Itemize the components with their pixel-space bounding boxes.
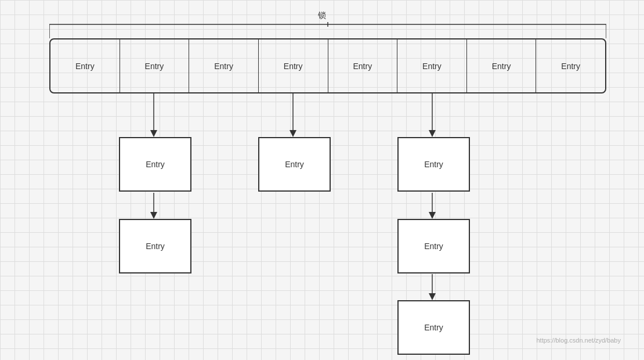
top-entry-3: Entry	[189, 39, 259, 92]
top-entry-2: Entry	[120, 39, 190, 92]
brace-container	[49, 22, 606, 38]
top-entry-8: Entry	[536, 39, 605, 92]
col6-box3: Entry	[397, 300, 470, 355]
col6-box1: Entry	[397, 137, 470, 192]
top-entry-7: Entry	[467, 39, 537, 92]
watermark: https://blog.csdn.net/zyd/baby	[536, 337, 621, 344]
top-entry-4: Entry	[259, 39, 328, 92]
top-entry-6: Entry	[397, 39, 467, 92]
col4-box1: Entry	[258, 137, 331, 192]
top-entry-5: Entry	[328, 39, 398, 92]
col6-box2: Entry	[397, 219, 470, 273]
lock-label: 锁	[17, 10, 627, 21]
top-entry-1: Entry	[50, 39, 120, 92]
top-row: Entry Entry Entry Entry Entry Entry Entr…	[49, 38, 606, 93]
col2-box2: Entry	[119, 219, 191, 273]
col2-box1: Entry	[119, 137, 191, 192]
diagram-container: 锁 Entry Entry Entry Entry Entry Entry En…	[17, 6, 627, 348]
